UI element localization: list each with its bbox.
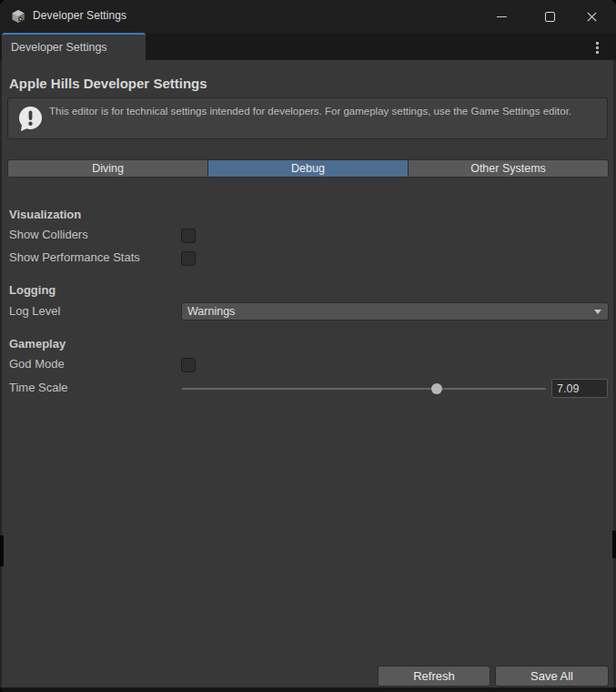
time-scale-value: 7.09 (552, 382, 579, 395)
log-level-value: Warnings (182, 305, 594, 318)
minimize-icon (497, 16, 507, 17)
time-scale-value-field[interactable]: 7.09 (551, 379, 608, 398)
settings-toolbar: Diving Debug Other Systems (7, 159, 609, 178)
background-notch-left (0, 535, 4, 566)
maximize-button[interactable] (530, 0, 570, 33)
info-bubble-icon (16, 105, 45, 133)
developer-settings-window: Developer Settings Developer Settings Ap… (0, 0, 616, 692)
content-area (0, 60, 616, 687)
tab-label: Developer Settings (11, 41, 107, 54)
window-menu-icon[interactable] (591, 40, 603, 55)
toolbar-tab-diving[interactable]: Diving (8, 160, 208, 177)
section-title-visualization: Visualization (9, 208, 81, 221)
slider-track (182, 388, 546, 390)
window-title: Developer Settings (33, 9, 126, 22)
window-bottom-edge (0, 687, 616, 692)
time-scale-label: Time Scale (9, 381, 68, 394)
section-title-gameplay: Gameplay (9, 337, 66, 351)
close-button[interactable] (571, 0, 611, 33)
minimize-button[interactable] (481, 0, 521, 33)
show-colliders-checkbox[interactable] (181, 229, 196, 243)
unity-logo-icon (11, 9, 25, 24)
time-scale-slider-thumb[interactable] (431, 383, 442, 394)
god-mode-checkbox[interactable] (181, 358, 196, 372)
god-mode-label: God Mode (9, 357, 65, 371)
helpbox: This editor is for technical settings in… (7, 97, 608, 139)
page-title: Apple Hills Developer Settings (9, 76, 207, 91)
log-level-label: Log Level (9, 304, 60, 318)
time-scale-slider[interactable] (182, 382, 546, 396)
toolbar-tab-other-systems[interactable]: Other Systems (409, 160, 608, 177)
titlebar[interactable]: Developer Settings (0, 0, 616, 33)
show-performance-stats-label: Show Performance Stats (9, 250, 140, 264)
helpbox-text: This editor is for technical settings in… (49, 104, 577, 118)
maximize-icon (545, 12, 555, 22)
toolbar-tab-debug[interactable]: Debug (208, 160, 409, 177)
save-all-button[interactable]: Save All (495, 666, 609, 687)
background-notch-right (612, 531, 616, 558)
editor-tab-bar: Developer Settings (0, 33, 616, 60)
log-level-dropdown[interactable]: Warnings (181, 302, 609, 321)
close-icon (587, 12, 597, 22)
tab-developer-settings[interactable]: Developer Settings (2, 33, 146, 60)
chevron-down-icon (594, 310, 601, 314)
section-title-logging: Logging (9, 283, 56, 297)
show-performance-stats-checkbox[interactable] (181, 251, 196, 266)
show-colliders-label: Show Colliders (9, 228, 88, 241)
refresh-button[interactable]: Refresh (378, 666, 490, 687)
